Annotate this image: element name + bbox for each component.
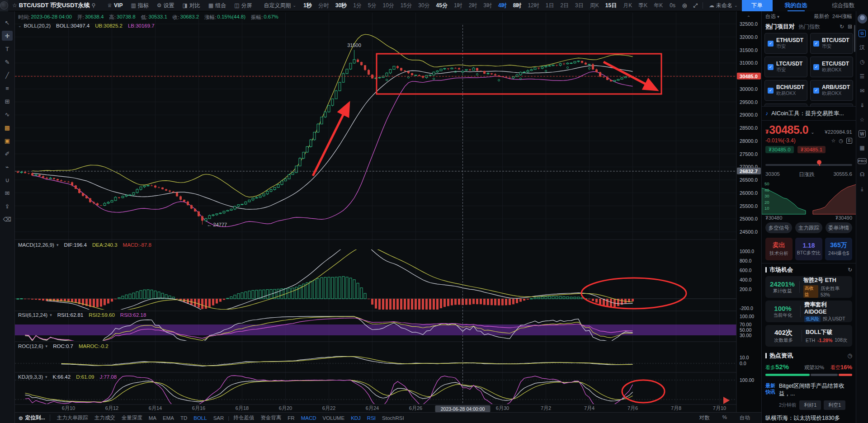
hot-pair-card[interactable]: ✓ [810, 103, 853, 106]
period-button[interactable]: 2时 [466, 2, 481, 9]
favorite-icon[interactable]: ☆ [831, 138, 836, 144]
hot-index-link[interactable]: 热门指数 [798, 23, 820, 31]
overlay-toggle[interactable]: VOLUME [320, 415, 348, 421]
drawing-tool-icon[interactable]: ⌁ [2, 162, 13, 172]
hot-pair-card[interactable]: ✓ ETC/USDT欧易OKX [810, 56, 853, 77]
period-button[interactable]: 月K [620, 2, 635, 9]
overlay-toggle[interactable]: | [227, 415, 230, 421]
drawing-tool-icon[interactable]: T [2, 44, 13, 54]
hot-pair-card[interactable]: ✓ ETH/USDT币安 [764, 33, 807, 54]
quick-action-button[interactable]: 委单详情 [826, 222, 852, 233]
period-button[interactable]: 15分 [397, 2, 415, 9]
roc-dropdown[interactable]: ROC(12,6)▾ [18, 343, 47, 349]
overlay-toggle[interactable]: 主力成交 [91, 414, 118, 421]
watchlist-filter-dropdown[interactable]: 自选 ▾ [765, 13, 779, 20]
bullish-vote-button[interactable]: 利好1 [799, 400, 821, 410]
rail-utility-icon[interactable]: ☰ [858, 72, 867, 80]
vip-button[interactable]: ♕ VIP [103, 0, 127, 11]
period-button[interactable]: 1分 [350, 2, 365, 9]
overlay-toggle[interactable]: MA [146, 415, 160, 421]
refresh-icon[interactable]: ↻ [840, 24, 844, 30]
add-icon[interactable]: ⊞ [848, 24, 852, 30]
rail-utility-icon[interactable]: ⧉ [859, 30, 866, 37]
refresh-icon[interactable]: ↻ [848, 267, 852, 273]
locate-button[interactable]: ⊙ 定位到... [19, 414, 50, 421]
tool-banner[interactable]: ♪ AICoin工具：提升交易胜率... [762, 106, 856, 121]
rail-utility-icon[interactable]: ◷ [858, 58, 867, 66]
hot-pair-card[interactable]: ✓ LTC/USDT币安 [764, 56, 807, 77]
overlay-toggle[interactable]: 资金背离 [257, 414, 284, 421]
period-button[interactable]: 1日 [542, 2, 557, 9]
overlay-toggle[interactable]: TD [177, 415, 190, 421]
rail-utility-icon[interactable]: ⇓ [858, 101, 867, 109]
rail-utility-icon[interactable]: W [859, 130, 866, 137]
drawing-tool-icon[interactable]: ✛ [2, 31, 13, 41]
rsi-dropdown[interactable]: RSI(6,12,24)▾ [18, 312, 52, 318]
rail-utility-icon[interactable]: ☆ [858, 116, 867, 124]
period-button[interactable]: 周K [587, 2, 602, 9]
period-button[interactable]: 1时 [451, 2, 466, 9]
search-icon[interactable]: ⚲ [91, 2, 95, 9]
depth-chart[interactable]: 5040302010 ₮30480 ₮30490 [762, 179, 856, 221]
period-button[interactable]: 季K [635, 2, 651, 9]
scale-toggle[interactable]: 自动 [736, 414, 753, 421]
hot-pair-card[interactable]: ✓ BTC/USDT币安 [810, 33, 853, 54]
boll-dropdown[interactable]: ⌄BOLL(20,2) [18, 23, 51, 28]
drawing-tool-icon[interactable]: ↖ [2, 18, 13, 28]
checkbox-checked-icon[interactable]: ✓ [768, 88, 774, 94]
checkbox-checked-icon[interactable]: ✓ [813, 88, 819, 94]
opportunity-card[interactable]: 402次 次数最多 BOLL下破 ETH -1.28% 108次 [765, 325, 852, 347]
overlay-toggle[interactable]: BOLL [190, 415, 210, 421]
drawing-tool-icon[interactable]: ⇪ [2, 201, 13, 211]
drawing-tool-icon[interactable]: ╱ [2, 70, 13, 80]
hot-pair-card[interactable]: ✓ BCH/USDT欧易OKX [764, 80, 807, 101]
drawing-tool-icon[interactable]: ✐ [2, 149, 13, 159]
custom-period-dropdown[interactable]: 自定义周期 ⌄ [260, 0, 301, 11]
screenshot-icon[interactable]: ◎ [679, 2, 690, 9]
overlay-toggle[interactable]: EMA [160, 415, 177, 421]
rail-utility-icon[interactable]: 汉 [858, 43, 867, 52]
period-button[interactable]: 2日 [557, 2, 572, 9]
quick-action-button[interactable]: 主力跟踪 [795, 222, 822, 233]
drawing-tool-icon[interactable]: ⌫ [2, 214, 13, 224]
overlay-toggle[interactable]: 全量深度 [118, 414, 146, 421]
period-button[interactable]: 3时 [480, 2, 495, 9]
period-button[interactable]: 8时 [510, 2, 525, 9]
chevron-down-icon[interactable]: ⌄ [811, 130, 814, 135]
checkbox-checked-icon[interactable]: ✓ [768, 41, 774, 47]
overlay-toggle[interactable]: RSI [364, 415, 379, 421]
period-button[interactable]: 10分 [380, 2, 397, 9]
period-button[interactable]: 30秒 [332, 2, 350, 9]
checkbox-checked-icon[interactable]: ✓ [813, 64, 819, 70]
rail-utility-icon[interactable]: ✉ [858, 87, 867, 95]
alert-bell-icon[interactable]: ◷ [839, 138, 843, 144]
checkbox-checked-icon[interactable]: ✓ [813, 41, 819, 47]
chart-canvas[interactable]: 31500← 24777⌃32500.032000.031500.031000.… [0, 0, 868, 423]
drawing-tool-icon[interactable]: ✉ [2, 188, 13, 198]
user-avatar[interactable] [858, 14, 867, 24]
place-order-button[interactable]: 下单 [742, 0, 773, 11]
rail-utility-icon[interactable]: ⤓ [858, 185, 867, 193]
day-range-slider[interactable] [765, 160, 852, 171]
drawing-tool-icon[interactable]: ✎ [2, 57, 13, 67]
overlay-toggle[interactable]: StochRSI [379, 415, 407, 421]
drawing-tool-icon[interactable]: ▩ [2, 122, 13, 132]
period-button[interactable]: 15日 [602, 2, 620, 9]
topbar-menu-item[interactable]: ◨ 对比 [179, 0, 204, 11]
period-button[interactable]: 4时 [495, 2, 510, 9]
scale-toggle[interactable]: % [719, 414, 730, 421]
overlay-toggle[interactable]: MACD [298, 415, 320, 421]
drawing-tool-icon[interactable]: ⊞ [2, 96, 13, 106]
overlay-toggle[interactable]: SAR [210, 415, 227, 421]
drawing-tool-icon[interactable]: ▣ [2, 136, 13, 146]
bot-icon[interactable]: B [846, 138, 852, 144]
fullscreen-icon[interactable]: ⤢ [690, 2, 701, 9]
topbar-menu-item[interactable]: ⚙ 设置 [153, 0, 179, 11]
rail-utility-icon[interactable]: PRO [858, 158, 867, 164]
overlay-toggle[interactable]: KDJ [348, 415, 364, 421]
period-button[interactable]: 3日 [572, 2, 587, 9]
drawing-tool-icon[interactable]: ∿ [2, 109, 13, 119]
topbar-menu-item[interactable]: ▥ 指标 [127, 0, 152, 11]
opportunity-card[interactable]: 24201% 累计收益 智胜2号 ETH 高收益 历史胜率53% [765, 276, 852, 298]
drawing-tool-icon[interactable]: ∪ [2, 175, 13, 185]
